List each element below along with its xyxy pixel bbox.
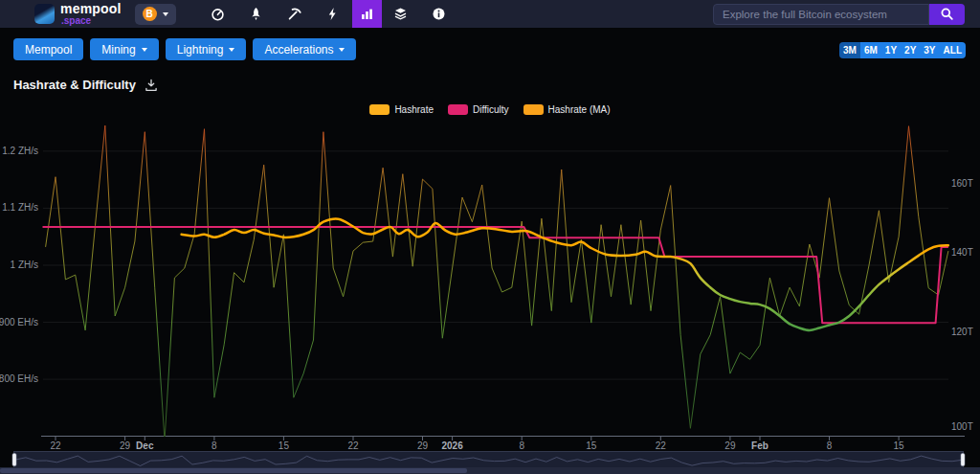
horizontal-scrollbar-track[interactable] (0, 467, 980, 474)
x-axis-tick-label: 8 (827, 440, 833, 451)
series-hashrate-ma[interactable] (182, 219, 948, 330)
nav-mining-link[interactable] (276, 0, 314, 28)
x-axis-tick-label: 22 (656, 440, 667, 451)
range-button-6m[interactable]: 6M (860, 42, 881, 58)
series-difficulty[interactable] (43, 227, 948, 323)
search-bar (713, 4, 965, 25)
mempool-logo-icon (34, 4, 55, 24)
statistics-icon (360, 7, 374, 21)
nav-button-mining[interactable]: Mining (90, 38, 158, 60)
section-nav: MempoolMiningLightningAccelerations (13, 38, 356, 60)
chevron-down-icon (339, 48, 345, 52)
x-axis-tick-label: 15 (278, 440, 290, 451)
chart-legend: HashrateDifficultyHashrate (MA) (0, 104, 980, 115)
x-axis-tick-label: 8 (519, 440, 524, 451)
legend-swatch (448, 104, 468, 115)
bitcoin-icon: B (143, 7, 157, 21)
range-button-3y[interactable]: 3Y (920, 42, 939, 58)
legend-item-hashrate-ma-[interactable]: Hashrate (MA) (523, 104, 611, 115)
left-axis-label: 1.1 ZH/s (2, 202, 38, 213)
legend-swatch (523, 104, 544, 115)
x-axis-tick-label: 29 (724, 440, 736, 451)
x-axis-tick-label: Feb (751, 440, 768, 451)
left-axis-label: 900 EH/s (0, 317, 38, 327)
search-icon (940, 7, 954, 21)
x-axis-tick-label: 2026 (441, 440, 463, 451)
nav-button-accelerations[interactable]: Accelerations (253, 38, 356, 60)
legend-item-difficulty[interactable]: Difficulty (448, 104, 509, 115)
nav-button-lightning[interactable]: Lightning (166, 38, 247, 60)
right-axis-label: 120T (951, 327, 973, 337)
nav-accelerator-link[interactable] (237, 0, 276, 28)
x-axis-tick-label: 22 (50, 440, 61, 451)
range-button-2y[interactable]: 2Y (901, 42, 920, 58)
network-selector[interactable]: B (135, 4, 176, 25)
search-input[interactable] (713, 4, 929, 25)
datazoom-left-handle[interactable] (12, 454, 16, 466)
x-axis-tick-label: 8 (212, 440, 217, 451)
range-button-3m[interactable]: 3M (839, 42, 860, 58)
download-icon (145, 79, 158, 92)
nav-icon-bar (199, 0, 458, 28)
nav-lightning-link[interactable] (314, 0, 352, 28)
mempool-logo[interactable]: mempool .space (34, 2, 122, 26)
hashrate-difficulty-chart[interactable]: 1.2 ZH/s1.1 ZH/s1 ZH/s900 EH/s800 EH/s16… (0, 0, 980, 474)
chevron-down-icon (229, 48, 234, 52)
nav-button-label: Mempool (25, 43, 72, 56)
brand-tld: .space (61, 16, 122, 26)
nav-button-label: Lightning (177, 43, 224, 56)
legend-label: Hashrate (394, 104, 434, 115)
search-button[interactable] (929, 4, 965, 25)
range-button-1y[interactable]: 1Y (881, 42, 901, 58)
lightning-icon (325, 7, 340, 21)
nav-blocks-link[interactable] (382, 0, 420, 28)
series-hashrate[interactable] (46, 125, 948, 440)
page-title-row: Hashrate & Difficulty (13, 78, 158, 92)
x-axis-tick-label: 22 (347, 440, 359, 451)
x-axis-tick-label: 15 (894, 440, 905, 451)
nav-statistics-link[interactable] (352, 0, 382, 28)
left-axis-label: 1 ZH/s (11, 260, 38, 270)
legend-label: Hashrate (MA) (548, 104, 611, 115)
nav-button-mempool[interactable]: Mempool (13, 38, 83, 60)
page-title: Hashrate & Difficulty (13, 78, 136, 92)
right-axis-label: 140T (951, 247, 973, 258)
chevron-down-icon (163, 12, 168, 16)
x-axis-tick-label: 29 (120, 440, 131, 451)
range-button-all[interactable]: ALL (940, 42, 966, 58)
nav-about-link[interactable] (420, 0, 458, 28)
legend-swatch (369, 104, 390, 115)
nav-button-label: Mining (101, 43, 135, 56)
about-icon (432, 7, 446, 21)
horizontal-scrollbar-thumb[interactable] (0, 468, 467, 473)
brand-name: mempool (60, 2, 122, 15)
download-chart-button[interactable] (145, 79, 158, 92)
right-axis-label: 100T (951, 421, 973, 432)
top-navbar: mempool .space B (0, 0, 980, 28)
mining-icon (287, 7, 301, 21)
x-axis-tick-label: 15 (586, 440, 597, 451)
nav-dashboard-link[interactable] (199, 0, 237, 28)
datazoom-right-handle[interactable] (961, 454, 965, 466)
legend-label: Difficulty (473, 104, 509, 115)
chevron-down-icon (142, 48, 147, 52)
dashboard-icon (211, 7, 225, 21)
nav-button-label: Accelerations (264, 43, 333, 56)
x-axis-tick-label: Dec (136, 440, 154, 451)
time-range-selector: 3M6M1Y2Y3YALL (839, 42, 966, 58)
left-axis-label: 800 EH/s (0, 373, 38, 384)
legend-item-hashrate[interactable]: Hashrate (369, 104, 434, 115)
blocks-icon (393, 7, 408, 21)
right-axis-label: 160T (951, 178, 973, 189)
accelerator-icon (249, 7, 263, 21)
x-axis-tick-label: 29 (417, 440, 429, 451)
left-axis-label: 1.2 ZH/s (2, 146, 38, 156)
